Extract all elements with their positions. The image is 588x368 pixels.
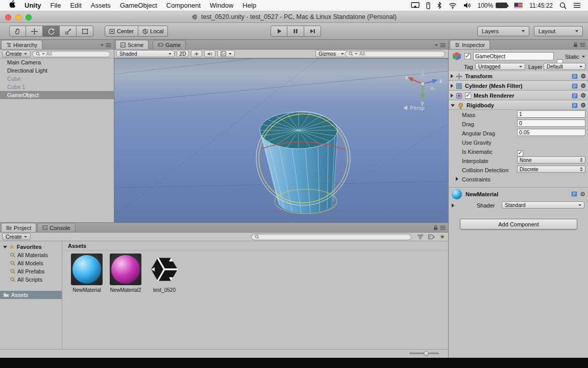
tab-hierarchy[interactable]: Hierarchy — [1, 40, 42, 49]
gameobject-active-checkbox[interactable] — [464, 53, 471, 59]
constraints-foldout-icon[interactable] — [456, 177, 458, 181]
panel-menu-icon[interactable] — [106, 43, 111, 48]
component-gear-icon[interactable]: ⚙ — [580, 83, 586, 88]
mass-field[interactable]: 1 — [517, 110, 585, 118]
tab-inspector[interactable]: Inspector — [450, 40, 490, 49]
tag-dropdown[interactable]: Untagged — [475, 63, 525, 70]
rotate-tool-button[interactable] — [43, 26, 60, 37]
play-button[interactable] — [271, 26, 287, 37]
asset-scene-test-0520[interactable]: test_0520 — [146, 254, 182, 293]
angular-drag-field[interactable]: 0.05 — [517, 129, 585, 136]
component-gear-icon[interactable]: ⚙ — [580, 103, 586, 108]
panel-menu-icon[interactable] — [440, 225, 446, 230]
component-help-icon[interactable] — [572, 83, 578, 89]
foldout-open-arrow-icon[interactable] — [451, 104, 455, 107]
toggle-2d-button[interactable]: 2D — [177, 50, 189, 57]
hierarchy-item-cube-1[interactable]: Cube 1 — [0, 83, 114, 91]
collision-detection-dropdown[interactable]: Discrete — [517, 166, 585, 173]
hierarchy-item-directional-light[interactable]: Directional Light — [0, 66, 114, 75]
panel-caret-icon[interactable] — [101, 44, 104, 46]
move-tool-button[interactable] — [26, 26, 43, 37]
component-help-icon[interactable] — [572, 93, 578, 99]
material-foldout-icon[interactable] — [452, 203, 454, 208]
hierarchy-item-gameobject[interactable]: GameObject — [0, 91, 114, 99]
component-help-icon[interactable] — [571, 191, 577, 197]
remote-icon[interactable] — [426, 2, 430, 9]
mesh-renderer-component-header[interactable]: Mesh Renderer ⚙ — [449, 91, 588, 100]
scene-effects-dropdown[interactable] — [217, 50, 235, 57]
mesh-renderer-enabled-checkbox[interactable] — [465, 93, 471, 99]
projection-mode-label[interactable]: Persp — [410, 105, 425, 111]
tab-console[interactable]: Console — [37, 223, 75, 232]
favorite-all-models[interactable]: All Models — [0, 259, 62, 267]
mesh-filter-component-header[interactable]: Cylinder (Mesh Filter) ⚙ — [449, 81, 588, 90]
search-by-label-icon[interactable] — [428, 234, 435, 240]
pivot-mode-button[interactable]: Center — [105, 26, 138, 37]
panel-menu-icon[interactable] — [580, 42, 585, 47]
wifi-icon[interactable] — [449, 3, 457, 9]
lock-icon[interactable] — [433, 225, 438, 231]
use-gravity-checkbox[interactable] — [517, 150, 523, 156]
minimize-window-button[interactable] — [15, 14, 21, 20]
hierarchy-item-main-camera[interactable]: Main Camera — [0, 58, 114, 66]
display-mirroring-icon[interactable] — [411, 2, 420, 9]
asset-newmaterial2[interactable]: NewMaterial2 — [108, 254, 143, 293]
gizmos-dropdown[interactable]: Gizmos — [315, 50, 347, 57]
draw-mode-dropdown[interactable]: Shaded — [116, 50, 175, 57]
shader-dropdown[interactable]: Standard — [502, 201, 584, 209]
add-component-button[interactable]: Add Component — [460, 219, 577, 229]
scale-tool-button[interactable] — [60, 26, 77, 37]
component-gear-icon[interactable]: ⚙ — [580, 192, 585, 197]
scene-viewport[interactable]: x z y Persp — [114, 58, 448, 222]
foldout-arrow-icon[interactable] — [451, 94, 453, 98]
rigidbody-component-header[interactable]: Rigidbody ⚙ — [449, 101, 588, 110]
tab-game[interactable]: Game — [153, 40, 186, 49]
scene-audio-button[interactable] — [204, 50, 215, 57]
component-gear-icon[interactable]: ⚙ — [580, 74, 586, 79]
favorite-all-materials[interactable]: All Materials — [0, 251, 62, 259]
component-help-icon[interactable] — [572, 74, 578, 79]
project-search-input[interactable] — [251, 234, 411, 240]
menubar-clock[interactable]: 11:45:22 — [529, 2, 553, 9]
hierarchy-search-input[interactable]: All — [32, 51, 110, 57]
menu-file[interactable]: File — [46, 0, 66, 11]
foldout-arrow-icon[interactable] — [451, 74, 453, 78]
component-help-icon[interactable] — [572, 103, 578, 108]
static-flags-caret-icon[interactable] — [582, 56, 585, 58]
hierarchy-create-button[interactable]: Create — [2, 50, 31, 57]
step-button[interactable] — [304, 26, 321, 37]
project-create-button[interactable]: Create — [2, 233, 31, 240]
menu-assets[interactable]: Assets — [86, 0, 115, 11]
layer-dropdown[interactable]: Default — [544, 63, 585, 70]
battery-status[interactable]: 100% — [477, 2, 507, 9]
search-filter-caret-icon[interactable] — [42, 53, 45, 55]
favorite-star-icon[interactable]: ★ — [439, 234, 445, 239]
gameobject-name-field[interactable]: GameObject — [473, 52, 554, 60]
handle-space-button[interactable]: Local — [138, 26, 168, 37]
apple-menu[interactable] — [4, 0, 20, 11]
rect-tool-button[interactable] — [77, 26, 93, 37]
panel-caret-icon[interactable] — [435, 44, 438, 46]
interpolate-dropdown[interactable]: None — [517, 156, 585, 164]
menu-edit[interactable]: Edit — [65, 0, 86, 11]
input-language-flag-icon[interactable] — [514, 3, 523, 8]
tab-project[interactable]: Project — [1, 223, 36, 232]
menu-gameobject[interactable]: GameObject — [115, 0, 162, 11]
menu-component[interactable]: Component — [162, 0, 205, 11]
zoom-window-button[interactable] — [26, 14, 32, 20]
tab-scene[interactable]: Scene — [115, 40, 149, 49]
scene-lighting-button[interactable] — [191, 50, 202, 57]
foldout-arrow-icon[interactable] — [451, 84, 453, 88]
thumbnail-zoom-handle[interactable] — [424, 351, 429, 356]
hand-tool-button[interactable] — [9, 26, 26, 37]
layout-dropdown[interactable]: Layout — [534, 26, 583, 36]
search-by-type-icon[interactable] — [417, 234, 424, 240]
pause-button[interactable] — [287, 26, 304, 37]
close-window-button[interactable] — [5, 14, 11, 20]
favorite-all-scripts[interactable]: All Scripts — [0, 275, 62, 284]
hierarchy-item-cube[interactable]: Cube — [0, 75, 114, 83]
component-gear-icon[interactable]: ⚙ — [580, 93, 586, 98]
scene-search-input[interactable]: All — [345, 51, 445, 57]
search-filter-caret-icon[interactable] — [355, 53, 358, 55]
panel-menu-icon[interactable] — [440, 43, 446, 48]
